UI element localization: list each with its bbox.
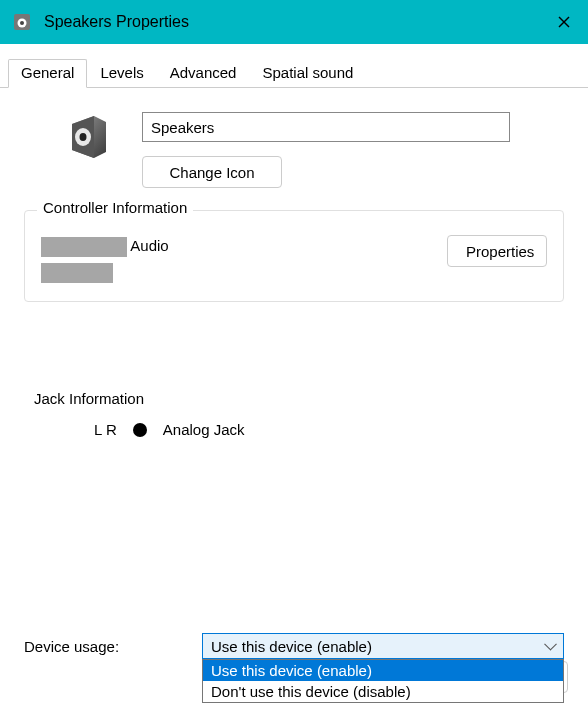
tab-strip: General Levels Advanced Spatial sound bbox=[0, 50, 588, 88]
redacted-text bbox=[41, 263, 113, 283]
controller-name-suffix: Audio bbox=[130, 237, 168, 254]
close-button[interactable] bbox=[540, 0, 588, 44]
window-title: Speakers Properties bbox=[44, 13, 189, 31]
device-fields: Change Icon bbox=[142, 112, 564, 188]
controller-info-label: Controller Information bbox=[37, 199, 193, 216]
controller-info-group: Controller Information Audio Properties bbox=[24, 210, 564, 302]
device-usage-label: Device usage: bbox=[24, 638, 164, 655]
device-usage-select-wrap: Use this device (enable) Use this device… bbox=[202, 633, 564, 659]
tab-advanced[interactable]: Advanced bbox=[157, 59, 250, 88]
jack-color-dot bbox=[133, 423, 147, 437]
device-usage-selected-value: Use this device (enable) bbox=[211, 638, 372, 655]
title-bar: Speakers Properties bbox=[0, 0, 588, 44]
usage-option-disable[interactable]: Don't use this device (disable) bbox=[203, 681, 563, 702]
general-panel: Change Icon Controller Information Audio… bbox=[0, 88, 588, 438]
device-usage-select[interactable]: Use this device (enable) bbox=[202, 633, 564, 659]
device-usage-dropdown: Use this device (enable) Don't use this … bbox=[202, 659, 564, 703]
jack-lr-label: L R bbox=[94, 421, 117, 438]
tab-spatial-sound[interactable]: Spatial sound bbox=[249, 59, 366, 88]
tab-general[interactable]: General bbox=[8, 59, 87, 88]
controller-properties-button[interactable]: Properties bbox=[447, 235, 547, 267]
device-usage-row: Device usage: Use this device (enable) U… bbox=[24, 633, 564, 659]
tab-levels[interactable]: Levels bbox=[87, 59, 156, 88]
device-header: Change Icon bbox=[24, 112, 564, 188]
jack-row: L R Analog Jack bbox=[24, 421, 564, 438]
svg-point-6 bbox=[80, 133, 87, 141]
change-icon-button[interactable]: Change Icon bbox=[142, 156, 282, 188]
jack-description: Analog Jack bbox=[163, 421, 245, 438]
redacted-text bbox=[41, 237, 127, 257]
controller-name: Audio bbox=[41, 235, 169, 283]
app-icon bbox=[12, 12, 32, 32]
device-name-input[interactable] bbox=[142, 112, 510, 142]
svg-point-2 bbox=[20, 21, 24, 25]
speaker-icon bbox=[64, 112, 112, 160]
jack-info-section: Jack Information L R Analog Jack bbox=[24, 390, 564, 438]
jack-info-label: Jack Information bbox=[24, 390, 564, 407]
usage-option-enable[interactable]: Use this device (enable) bbox=[203, 660, 563, 681]
